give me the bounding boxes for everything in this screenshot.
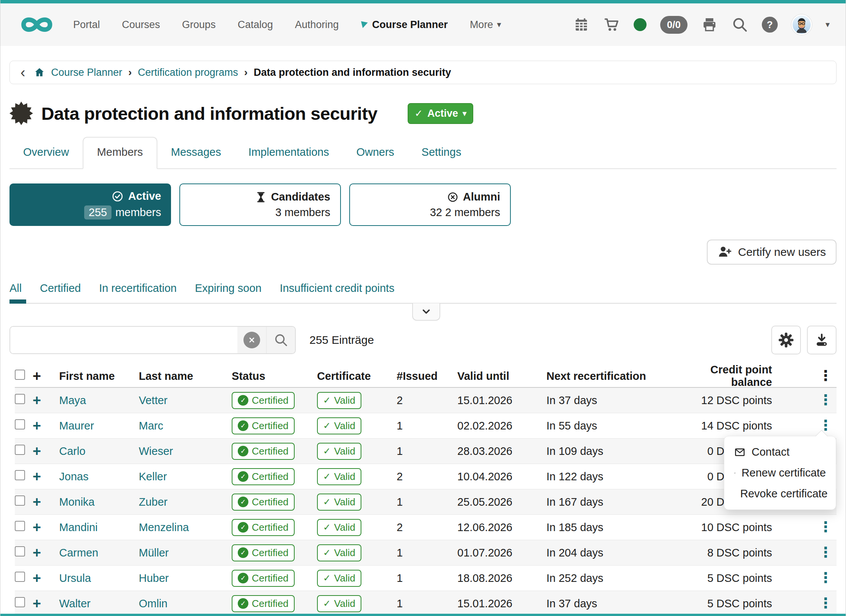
breadcrumb-link-course-planner[interactable]: Course Planner (51, 67, 122, 78)
expand-row-icon[interactable]: + (33, 596, 59, 611)
nav-item-groups[interactable]: Groups (182, 19, 216, 31)
tab-owners[interactable]: Owners (343, 146, 408, 168)
printer-icon[interactable] (701, 16, 718, 33)
row-menu-button[interactable]: ⋮ (818, 519, 833, 535)
first-name-link[interactable]: Jonas (59, 470, 139, 483)
search-icon[interactable] (731, 16, 748, 33)
status-badge: ✓ Certified (232, 468, 295, 485)
row-menu-button[interactable]: ⋮ (818, 570, 833, 586)
row-checkbox[interactable] (15, 572, 25, 582)
nav-item-authoring[interactable]: Authoring (295, 19, 339, 31)
row-checkbox[interactable] (15, 470, 25, 480)
next-recertification: In 122 days (546, 470, 681, 483)
row-checkbox[interactable] (15, 546, 25, 556)
nav-item-more[interactable]: More ▾ (470, 19, 501, 31)
row-menu-button[interactable]: ⋮ (818, 595, 833, 611)
expand-row-icon[interactable]: + (33, 469, 59, 484)
last-name-link[interactable]: Keller (139, 470, 232, 483)
filter-expiring-soon[interactable]: Expiring soon (195, 282, 262, 295)
table-row: + Walter Omlin ✓ Certified ✓ Valid 1 15. (15, 591, 837, 616)
first-name-link[interactable]: Maurer (59, 420, 139, 432)
menu-item-label: Renew certificate (742, 467, 826, 479)
status-badge-label: Certified (252, 420, 289, 432)
check-icon: ✓ (323, 497, 331, 507)
status-badge-label: Certified (252, 395, 289, 406)
expand-row-icon[interactable]: + (33, 419, 59, 433)
presence-status-dot[interactable] (634, 18, 647, 31)
tab-members[interactable]: Members (83, 137, 157, 169)
row-menu-button[interactable]: ⋮ (818, 544, 833, 560)
row-checkbox[interactable] (15, 521, 25, 531)
row-checkbox[interactable] (15, 445, 25, 455)
menu-item-renew-certificate[interactable]: Renew certificate (724, 462, 836, 483)
tab-overview[interactable]: Overview (9, 146, 83, 168)
download-button[interactable] (807, 326, 837, 354)
expand-row-icon[interactable]: + (33, 495, 59, 509)
tab-messages[interactable]: Messages (157, 146, 235, 168)
filter-insufficient-credit-points[interactable]: Insufficient credit points (280, 282, 395, 295)
expand-row-icon[interactable]: + (33, 545, 59, 560)
last-name-link[interactable]: Wieser (139, 445, 232, 458)
infinity-logo[interactable] (20, 14, 53, 35)
calendar-icon[interactable] (573, 16, 590, 33)
tab-implementations[interactable]: Implementations (235, 146, 343, 168)
row-checkbox[interactable] (15, 597, 25, 607)
filter-certified[interactable]: Certified (40, 282, 81, 295)
certify-new-users-button[interactable]: Certify new users (707, 240, 837, 265)
first-name-link[interactable]: Monika (59, 496, 139, 508)
last-name-link[interactable]: Menzelina (139, 521, 232, 534)
expand-all-icon[interactable]: + (33, 369, 59, 383)
tab-settings[interactable]: Settings (408, 146, 475, 168)
expand-row-icon[interactable]: + (33, 444, 59, 458)
filter-all[interactable]: All (9, 282, 22, 295)
row-checkbox[interactable] (15, 419, 25, 429)
user-avatar[interactable] (791, 14, 812, 35)
chevron-down-icon: ▾ (497, 20, 501, 30)
nav-item-catalog[interactable]: Catalog (238, 19, 273, 31)
nav-item-courses[interactable]: Courses (122, 19, 160, 31)
last-name-link[interactable]: Huber (139, 572, 232, 585)
nav-item-portal[interactable]: Portal (73, 19, 100, 31)
first-name-link[interactable]: Walter (59, 597, 139, 610)
clear-search-button[interactable] (237, 327, 266, 353)
select-all-checkbox[interactable] (15, 370, 25, 380)
first-name-link[interactable]: Maya (59, 394, 139, 407)
expand-row-icon[interactable]: + (33, 393, 59, 408)
first-name-link[interactable]: Mandini (59, 521, 139, 534)
home-icon[interactable] (34, 67, 45, 78)
menu-item-revoke-certificate[interactable]: Revoke certificate (724, 483, 836, 504)
counter-badge[interactable]: 0/0 (660, 16, 687, 34)
last-name-link[interactable]: Omlin (139, 597, 232, 610)
row-checkbox[interactable] (15, 394, 25, 404)
card-alumni[interactable]: Alumni 32 2 members (349, 183, 511, 226)
menu-item-contact[interactable]: Contact (724, 442, 836, 462)
card-active-members[interactable]: Active 255 members (9, 183, 171, 226)
table-settings-button[interactable] (771, 326, 801, 354)
row-checkbox[interactable] (15, 495, 25, 506)
help-icon[interactable]: ? (762, 17, 778, 33)
expand-row-icon[interactable]: + (33, 571, 59, 585)
expand-row-icon[interactable]: + (33, 520, 59, 534)
back-chevron-icon[interactable]: ‹ (18, 65, 28, 80)
row-menu-button[interactable]: ⋮ (818, 392, 833, 408)
header-next-recertification: Next recertification (546, 370, 681, 382)
first-name-link[interactable]: Carlo (59, 445, 139, 458)
nav-item-course-planner[interactable]: Course Planner (361, 19, 448, 31)
shopping-cart-icon[interactable] (603, 16, 620, 33)
valid-until-date: 15.01.2026 (457, 394, 546, 407)
search-submit-button[interactable] (266, 327, 295, 353)
filter-in-recertification[interactable]: In recertification (99, 282, 177, 295)
first-name-link[interactable]: Carmen (59, 547, 139, 559)
table-menu-button[interactable]: ⋮ (818, 368, 833, 384)
search-input[interactable] (10, 327, 237, 353)
last-name-link[interactable]: Müller (139, 547, 232, 559)
breadcrumb-link-certification-programs[interactable]: Certification programs (138, 67, 238, 78)
last-name-link[interactable]: Zuber (139, 496, 232, 508)
first-name-link[interactable]: Ursula (59, 572, 139, 585)
collapse-panel-button[interactable] (412, 303, 440, 321)
last-name-link[interactable]: Vetter (139, 394, 232, 407)
card-candidates[interactable]: Candidates 3 members (179, 183, 341, 226)
program-status-button[interactable]: ✓ Active ▾ (408, 103, 473, 124)
avatar-menu-chevron-icon[interactable]: ▾ (826, 20, 830, 30)
last-name-link[interactable]: Marc (139, 420, 232, 432)
